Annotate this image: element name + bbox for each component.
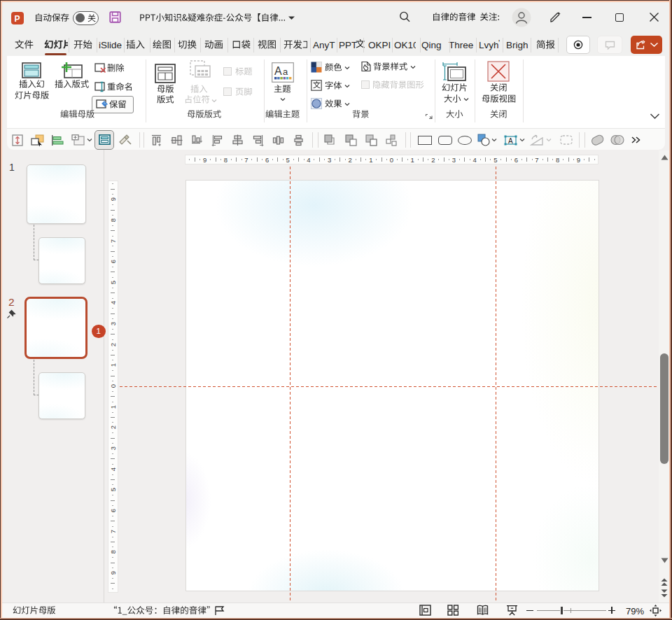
svg-text:A: A (274, 65, 282, 77)
svg-text:A: A (508, 137, 513, 145)
svg-text:a: a (283, 66, 288, 77)
